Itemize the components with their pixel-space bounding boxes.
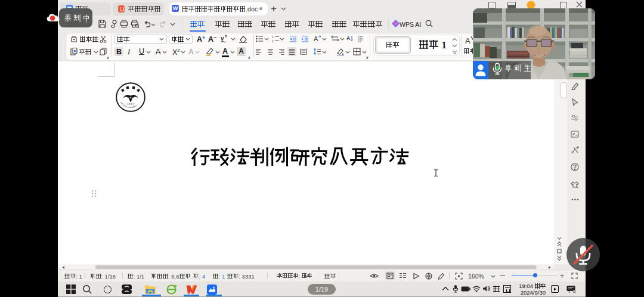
svg-text:v: v	[221, 35, 224, 42]
svg-text:1 8 9 7: 1 8 9 7	[127, 103, 134, 106]
svg-text:A: A	[346, 35, 350, 41]
svg-text:A: A	[314, 35, 318, 42]
svg-text:A: A	[465, 36, 470, 45]
svg-text:2: 2	[272, 39, 274, 43]
svg-text:1: 1	[272, 35, 274, 39]
